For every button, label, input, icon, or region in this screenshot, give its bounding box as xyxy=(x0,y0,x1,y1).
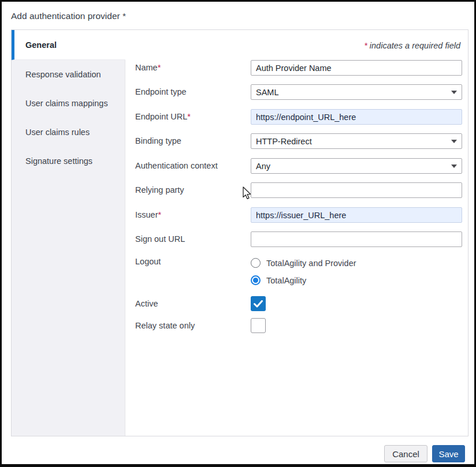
authentication-context-select[interactable]: Any xyxy=(251,158,462,174)
binding-type-select[interactable]: HTTP-Redirect xyxy=(251,133,462,149)
tab-signature-settings-label: Signature settings xyxy=(25,156,92,166)
endpoint-type-select[interactable]: SAML xyxy=(251,84,462,100)
logout-option-totalagility-and-provider[interactable]: TotalAgility and Provider xyxy=(251,258,356,268)
radio-selected-icon[interactable] xyxy=(251,275,261,285)
logout-option-label: TotalAgility xyxy=(266,276,306,285)
tab-response-validation-label: Response validation xyxy=(25,70,101,79)
tab-user-claims-mappings[interactable]: User claims mappings xyxy=(12,89,125,118)
name-required-asterisk: * xyxy=(158,63,161,72)
active-checkbox[interactable] xyxy=(251,296,266,311)
dialog-title: Add authentication provider * xyxy=(11,11,126,21)
checkmark-icon xyxy=(254,300,263,308)
endpoint-url-label: Endpoint URL* xyxy=(135,109,191,125)
tab-user-claims-mappings-label: User claims mappings xyxy=(25,99,108,108)
save-button[interactable]: Save xyxy=(432,445,465,462)
authentication-context-label: Authentication context xyxy=(135,158,218,174)
authentication-context-value: Any xyxy=(256,162,451,171)
tab-user-claims-rules[interactable]: User claims rules xyxy=(12,118,125,147)
issuer-required-asterisk: * xyxy=(158,210,162,219)
form-panel: General Response validation User claims … xyxy=(11,29,468,436)
logout-option-totalagility[interactable]: TotalAgility xyxy=(251,275,306,285)
radio-unselected-icon[interactable] xyxy=(251,258,261,268)
name-label: Name* xyxy=(135,60,161,76)
relying-party-label: Relying party xyxy=(135,182,184,198)
tab-signature-settings[interactable]: Signature settings xyxy=(12,147,125,175)
logout-label: Logout xyxy=(135,254,161,270)
issuer-input[interactable] xyxy=(251,207,462,223)
required-note-text: indicates a required field xyxy=(367,41,460,50)
active-label: Active xyxy=(135,296,158,312)
name-input[interactable] xyxy=(251,60,462,76)
relay-state-only-label: Relay state only xyxy=(135,318,195,334)
tab-response-validation[interactable]: Response validation xyxy=(12,60,125,89)
sign-out-url-input[interactable] xyxy=(251,231,462,247)
chevron-down-icon xyxy=(451,165,457,168)
binding-type-value: HTTP-Redirect xyxy=(256,137,451,146)
tab-user-claims-rules-label: User claims rules xyxy=(25,128,90,137)
tab-general-label: General xyxy=(25,40,57,50)
required-field-note: * indicates a required field xyxy=(364,41,460,50)
endpoint-type-label: Endpoint type xyxy=(135,84,187,100)
issuer-label: Issuer* xyxy=(135,207,161,223)
relying-party-input[interactable] xyxy=(251,182,462,198)
binding-type-label: Binding type xyxy=(135,133,181,149)
tab-general[interactable]: General xyxy=(12,30,125,60)
dialog-window: Add authentication provider * General Re… xyxy=(0,0,476,467)
endpoint-type-value: SAML xyxy=(256,88,451,97)
cancel-button[interactable]: Cancel xyxy=(384,445,427,462)
chevron-down-icon xyxy=(451,140,457,143)
relay-state-only-checkbox[interactable] xyxy=(251,318,266,333)
tab-sidebar: General Response validation User claims … xyxy=(12,30,125,436)
chevron-down-icon xyxy=(451,91,457,94)
endpoint-url-required-asterisk: * xyxy=(187,112,191,121)
endpoint-url-input[interactable] xyxy=(251,109,462,125)
sign-out-url-label: Sign out URL xyxy=(135,231,185,247)
logout-option-label: TotalAgility and Provider xyxy=(266,259,356,268)
